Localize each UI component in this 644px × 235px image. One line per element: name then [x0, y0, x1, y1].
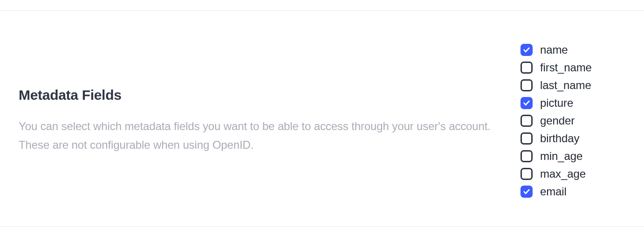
field-row-name: name: [521, 43, 621, 56]
field-row-birthday: birthday: [521, 132, 621, 145]
field-row-min_age: min_age: [521, 150, 621, 163]
checkbox-picture[interactable]: [521, 97, 533, 109]
field-label: name: [540, 43, 568, 56]
field-row-last_name: last_name: [521, 79, 621, 92]
field-label: birthday: [540, 132, 579, 145]
section-title: Metadata Fields: [19, 87, 502, 103]
field-label: last_name: [540, 79, 591, 92]
field-row-first_name: first_name: [521, 61, 621, 74]
field-label: picture: [540, 97, 573, 110]
checkbox-max_age[interactable]: [521, 168, 533, 180]
section-description: You can select which metadata fields you…: [19, 117, 502, 154]
field-row-email: email: [521, 185, 621, 198]
field-label: email: [540, 185, 567, 198]
fields-list: namefirst_namelast_namepicturegenderbirt…: [521, 43, 625, 198]
checkbox-email[interactable]: [521, 186, 533, 198]
checkbox-birthday[interactable]: [521, 132, 533, 145]
checkbox-first_name[interactable]: [521, 62, 533, 74]
field-row-max_age: max_age: [521, 167, 621, 180]
field-row-picture: picture: [521, 97, 621, 110]
metadata-fields-section: Metadata Fields You can select which met…: [0, 10, 644, 227]
checkbox-name[interactable]: [521, 44, 533, 56]
field-label: first_name: [540, 61, 592, 74]
checkbox-min_age[interactable]: [521, 150, 533, 162]
field-label: gender: [540, 114, 575, 127]
field-label: min_age: [540, 150, 582, 163]
field-label: max_age: [540, 167, 586, 180]
section-info: Metadata Fields You can select which met…: [19, 87, 502, 154]
field-row-gender: gender: [521, 114, 621, 127]
checkbox-gender[interactable]: [521, 115, 533, 127]
checkbox-last_name[interactable]: [521, 79, 533, 91]
